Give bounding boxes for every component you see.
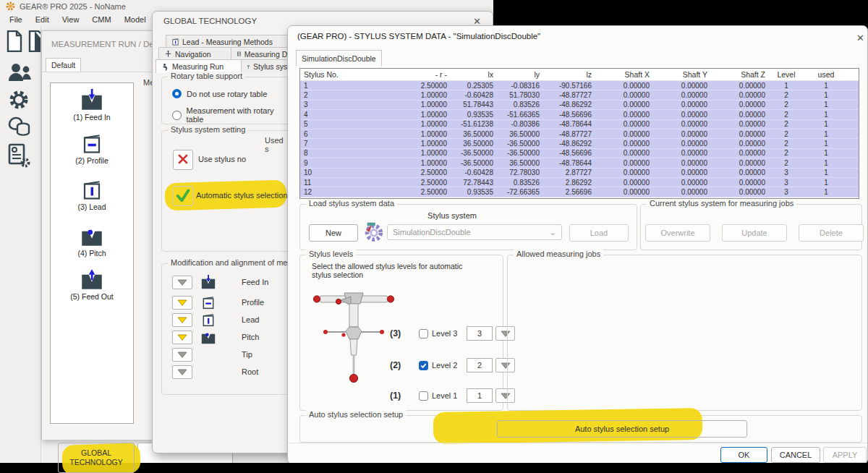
tab-simulationdiscdouble[interactable]: SimulationDiscDouble [296,50,382,67]
table-row-stylus-2[interactable]: 21.00000-0.6042851.78030-48.877270.00000… [300,90,859,100]
modification-row-root: Root [172,365,258,379]
level-1-value[interactable]: 1 [467,388,493,403]
stylus-dialog-close-icon[interactable]: ✕ [856,33,864,43]
ok-button[interactable]: OK [720,447,767,463]
overwrite-button[interactable]: Overwrite [645,224,710,242]
load-button[interactable]: Load [569,224,629,242]
col-header[interactable]: Shaft Y [653,70,711,79]
cell: 0.00000 [653,149,711,157]
table-row-stylus-9[interactable]: 91.00000-36.5000036.50000-48.786440.0000… [300,158,859,168]
dropdown-triangle-icon [177,299,187,306]
geometry-shapes-icon[interactable] [7,116,32,139]
current-group-legend: Current stylus system for measuring jobs [647,199,796,208]
level-3-value[interactable]: 3 [467,326,493,341]
cell: 4 [300,111,394,119]
level-3-checkbox[interactable] [419,329,428,338]
tab-default[interactable]: Default [46,58,81,72]
modification-dropdown-root[interactable] [172,365,192,379]
cell: -0.08316 [497,82,543,90]
cell: 1 [804,130,848,138]
nav-icon [164,50,172,58]
table-row-stylus-10[interactable]: 102.50000-0.6042872.780302.877270.000000… [300,169,859,178]
level-2-value[interactable]: 2 [467,358,493,372]
table-row-stylus-7[interactable]: 71.0000036.50000-36.50000-48.862920.0000… [300,139,859,148]
col-header[interactable]: Shaft X [595,70,653,79]
auto-stylus-selection-setup-button[interactable]: Auto stylus selection setup [497,420,747,438]
col-header[interactable]: Shaft Z [711,70,769,79]
modification-group: Modification and alignment of measuring … [161,263,289,395]
modification-dropdown-lead[interactable] [172,313,192,327]
radio-no-rotary-table[interactable] [172,89,182,98]
radio-row-no-rotary[interactable]: Do not use rotary table [172,89,267,98]
cell: 0.00000 [711,82,769,90]
table-row-stylus-8[interactable]: 81.00000-36.50000-36.50000-48.566960.000… [300,149,859,158]
workflow-step-3lead[interactable]: (3) Lead [51,179,133,211]
menu-file[interactable]: File [3,14,29,25]
table-row-stylus-5[interactable]: 51.00000-51.61238-0.80386-48.786440.0000… [300,120,859,129]
menu-model[interactable]: Model [118,14,153,25]
col-header[interactable]: Level [769,70,804,79]
stylus-table[interactable]: Stylus No.- r -lxlylzShaft XShaft YShaft… [299,68,859,199]
stylus-system-gear-glyph [362,221,384,242]
radio-row-with-rotary[interactable]: Measurement with rotary table [172,106,289,124]
workflow-step-2profile[interactable]: (2) Profile [51,132,133,165]
report-settings-icon[interactable] [7,143,30,169]
cell: 3 [769,179,804,187]
table-row-stylus-11[interactable]: 112.5000072.784430.835262.862920.000000.… [300,178,859,187]
lead-icon [201,312,216,327]
tab-label: Measuring Run [172,62,224,71]
cell: 1 [804,188,848,196]
level-1-checkbox[interactable] [419,391,428,401]
workflow-step-4pitch[interactable]: (4) Pitch [51,225,133,257]
cell: 0.00000 [595,149,653,157]
global-technology-button[interactable]: GLOBAL TECHNOLOGY [58,443,135,473]
col-header[interactable]: lx [451,70,497,79]
feed-in-icon [81,89,103,111]
col-header[interactable]: lz [543,70,595,79]
table-row-stylus-12[interactable]: 122.500000.93535-72.663652.566960.000000… [300,187,859,197]
update-button[interactable]: Update [722,224,787,242]
settings-gear-icon[interactable] [7,88,30,113]
modification-dropdown-profile[interactable] [172,296,192,310]
col-header[interactable]: Stylus No. [300,70,394,79]
radio-with-rotary-table[interactable] [172,111,182,120]
modification-dropdown-tip[interactable] [172,348,192,362]
col-header[interactable]: ly [497,70,543,79]
col-header[interactable]: used [804,70,848,79]
auto-setup-legend: Auto stylus selection setup [306,410,406,419]
cell: 1.00000 [394,120,451,128]
workflow-step-1feedin[interactable]: (1) Feed In [51,89,133,122]
apply-button[interactable]: APPLY [823,447,867,463]
automatic-stylus-selection-button[interactable] [173,186,193,206]
current-group-buttons: OverwriteUpdateDelete [645,224,864,242]
modification-dropdown-feed in[interactable] [172,276,192,289]
new-stylus-button[interactable]: New [309,224,358,242]
screen: GEAR® PRO 2025 - NoName FileEditViewCMMM… [0,0,868,473]
table-row-stylus-3[interactable]: 31.0000051.784430.83526-48.862920.000000… [300,101,859,110]
menu-edit[interactable]: Edit [29,14,56,25]
level-2-checkbox[interactable] [419,361,428,370]
table-row-stylus-1[interactable]: 12.500000.25305-0.08316-90.571660.000000… [300,81,859,90]
delete-button[interactable]: Delete [799,224,864,242]
use-stylus-no-button[interactable] [173,150,193,170]
table-row-stylus-4[interactable]: 41.000000.93535-51.66365-48.566960.00000… [300,110,859,119]
modification-row-tip: Tip [172,347,252,362]
col-header[interactable]: - r - [394,70,451,79]
cell: 0.00000 [595,159,653,167]
tab-navigation[interactable]: Navigation [158,47,232,60]
menu-view[interactable]: View [56,14,86,25]
cancel-button[interactable]: CANCEL [771,447,820,463]
level-row-3: (3)Level 33 [390,326,515,341]
modification-dropdown-pitch[interactable] [172,331,192,344]
cell: 2 [769,101,804,108]
step-label: (5) Feed Out [70,292,114,301]
users-icon[interactable] [7,62,32,84]
menu-cmm[interactable]: CMM [85,14,117,25]
table-row-stylus-6[interactable]: 61.0000036.5000036.50000-48.877270.00000… [300,129,859,139]
ok-button-label: OK [739,451,750,459]
cell: 1.00000 [394,111,451,119]
tab-lead-measuring-methods[interactable]: Lead - Measuring Methods [166,35,290,48]
workflow-step-5feedout[interactable]: (5) Feed Out [51,268,133,301]
stylus-system-dropdown[interactable]: SimulationDiscDouble ⌄ [387,224,562,240]
current-group: Current stylus system for measuring jobs… [640,204,862,250]
